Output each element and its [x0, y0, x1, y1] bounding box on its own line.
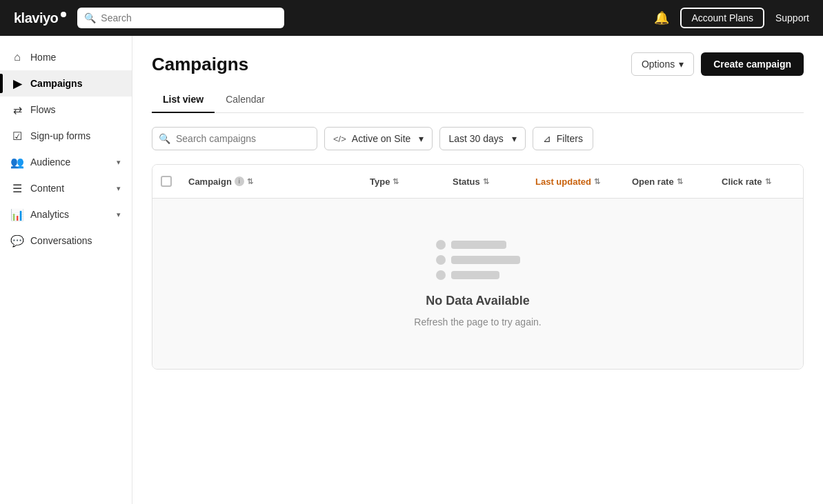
sort-icon[interactable]: ⇅ [393, 177, 399, 186]
search-bar: 🔍 [77, 8, 284, 28]
date-range-label: Last 30 days [448, 133, 503, 144]
sidebar-item-label: Flows [30, 104, 56, 115]
notification-bell-icon[interactable]: 🔔 [654, 10, 669, 26]
skeleton-lines [436, 240, 520, 280]
chevron-down-icon: ▾ [117, 158, 121, 167]
column-checkbox [152, 172, 180, 191]
empty-state: No Data Available Refresh the page to tr… [152, 199, 803, 369]
skeleton-row [436, 270, 499, 280]
sidebar-item-content[interactable]: ☰ Content ▾ [0, 175, 132, 201]
account-plans-button[interactable]: Account Plans [680, 8, 764, 28]
skeleton-circle [436, 240, 446, 250]
column-campaign-label: Campaign [188, 177, 232, 187]
campaigns-table: Campaign i ⇅ Type ⇅ Status ⇅ Last update… [152, 164, 804, 370]
chevron-down-icon: ▾ [117, 184, 121, 193]
column-last-updated-label: Last updated [535, 177, 591, 187]
code-icon: </> [333, 134, 346, 144]
skeleton-row [436, 255, 520, 265]
create-campaign-button[interactable]: Create campaign [701, 52, 804, 76]
skeleton-bar [451, 271, 499, 279]
analytics-icon: 📊 [11, 208, 23, 221]
sidebar-item-label: Conversations [30, 235, 92, 246]
tab-calendar[interactable]: Calendar [215, 87, 276, 113]
info-icon: i [235, 177, 244, 186]
chevron-down-icon: ▾ [419, 133, 424, 144]
filters-label: Filters [557, 133, 583, 144]
column-last-updated: Last updated ⇅ [527, 172, 624, 191]
skeleton-bar [451, 241, 506, 249]
skeleton-circle [436, 255, 446, 265]
filters-row: 🔍 </> Active on Site ▾ Last 30 days ▾ ⊿ … [152, 127, 804, 150]
sort-icon[interactable]: ⇅ [765, 177, 771, 186]
audience-icon: 👥 [11, 156, 23, 168]
search-campaigns-wrapper: 🔍 [152, 127, 317, 150]
page-header: Campaigns Options ▾ Create campaign [152, 52, 804, 76]
flows-icon: ⇄ [11, 103, 23, 116]
sidebar-item-label: Home [30, 52, 56, 63]
sidebar-item-conversations[interactable]: 💬 Conversations [0, 228, 132, 254]
search-input[interactable] [77, 8, 284, 28]
signup-forms-icon: ☑ [11, 130, 23, 142]
no-data-title: No Data Available [426, 294, 530, 308]
skeleton-bar [451, 256, 520, 264]
sidebar-item-audience[interactable]: 👥 Audience ▾ [0, 149, 132, 175]
home-icon: ⌂ [11, 51, 23, 63]
sidebar-item-label: Audience [30, 157, 70, 168]
filter-funnel-icon: ⊿ [543, 133, 551, 144]
sidebar-item-analytics[interactable]: 📊 Analytics ▾ [0, 201, 132, 228]
chevron-down-icon: ▾ [679, 59, 684, 70]
chevron-down-icon: ▾ [117, 210, 121, 219]
active-indicator [0, 74, 3, 93]
sort-icon[interactable]: ⇅ [677, 177, 683, 186]
logo: klaviyo [14, 10, 66, 26]
logo-dot [61, 12, 66, 17]
options-button[interactable]: Options ▾ [631, 52, 694, 76]
tab-list-view[interactable]: List view [152, 87, 215, 113]
top-navigation: klaviyo 🔍 🔔 Account Plans Support [0, 0, 823, 36]
filters-button[interactable]: ⊿ Filters [533, 127, 593, 150]
skeleton-circle [436, 270, 446, 280]
active-on-site-label: Active on Site [352, 133, 411, 144]
main-content: Campaigns Options ▾ Create campaign List… [132, 36, 823, 504]
header-actions: Options ▾ Create campaign [631, 52, 804, 76]
conversations-icon: 💬 [11, 234, 23, 247]
options-label: Options [642, 59, 675, 70]
sidebar-item-label: Analytics [30, 209, 69, 220]
select-all-checkbox[interactable] [161, 176, 172, 187]
main-layout: ⌂ Home ▶ Campaigns ⇄ Flows ☑ Sign-up for… [0, 36, 823, 504]
column-click-rate: Click rate ⇅ [713, 172, 803, 191]
sidebar-item-home[interactable]: ⌂ Home [0, 44, 132, 70]
column-status-label: Status [453, 177, 480, 187]
support-button[interactable]: Support [775, 12, 809, 23]
sort-icon[interactable]: ⇅ [594, 177, 600, 186]
sidebar-item-signup-forms[interactable]: ☑ Sign-up forms [0, 123, 132, 149]
skeleton-row [436, 240, 506, 250]
logo-text: klaviyo [14, 10, 58, 26]
sidebar-item-flows[interactable]: ⇄ Flows [0, 97, 132, 123]
sort-icon[interactable]: ⇅ [247, 177, 253, 186]
campaigns-icon: ▶ [11, 77, 23, 90]
sidebar-item-label: Sign-up forms [30, 130, 90, 141]
sidebar-item-label: Campaigns [30, 78, 82, 89]
nav-right-actions: 🔔 Account Plans Support [654, 8, 809, 28]
sort-icon[interactable]: ⇅ [483, 177, 489, 186]
column-type-label: Type [370, 177, 390, 187]
view-tabs: List view Calendar [152, 87, 804, 113]
content-icon: ☰ [11, 182, 23, 194]
page-title: Campaigns [152, 54, 248, 75]
search-campaigns-icon: 🔍 [159, 133, 170, 144]
search-campaigns-input[interactable] [152, 127, 317, 150]
column-campaign: Campaign i ⇅ [180, 172, 361, 191]
sidebar-item-campaigns[interactable]: ▶ Campaigns [0, 70, 132, 97]
sidebar-item-label: Content [30, 183, 64, 194]
active-on-site-dropdown[interactable]: </> Active on Site ▾ [324, 127, 433, 150]
column-status: Status ⇅ [444, 172, 527, 191]
date-range-dropdown[interactable]: Last 30 days ▾ [439, 127, 525, 150]
column-open-rate-label: Open rate [632, 177, 674, 187]
chevron-down-icon: ▾ [512, 133, 517, 144]
column-open-rate: Open rate ⇅ [624, 172, 713, 191]
sidebar: ⌂ Home ▶ Campaigns ⇄ Flows ☑ Sign-up for… [0, 36, 132, 504]
column-type: Type ⇅ [361, 172, 444, 191]
column-click-rate-label: Click rate [722, 177, 762, 187]
table-header: Campaign i ⇅ Type ⇅ Status ⇅ Last update… [152, 165, 803, 199]
